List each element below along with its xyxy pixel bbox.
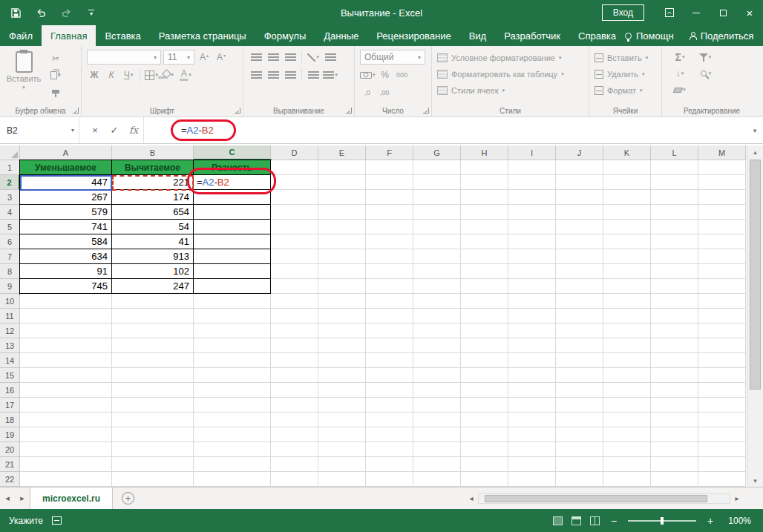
cut-button[interactable]: ✂ <box>48 51 63 66</box>
cell-A5[interactable]: 741 <box>20 220 112 234</box>
page-layout-view-button[interactable] <box>572 516 581 525</box>
cancel-entry-button[interactable]: × <box>85 117 105 143</box>
save-button[interactable] <box>9 6 22 19</box>
zoom-level[interactable]: 100% <box>724 516 751 526</box>
sign-in-button[interactable]: Вход <box>602 4 644 21</box>
row-header-10[interactable]: 10 <box>0 294 20 309</box>
row-header-13[interactable]: 13 <box>0 338 20 353</box>
scroll-left-icon[interactable]: ◂ <box>465 494 478 502</box>
row-header-16[interactable]: 16 <box>0 383 20 398</box>
percent-style-button[interactable]: % <box>378 68 393 82</box>
ribbon-tab-page-layout[interactable]: Разметка страницы <box>150 25 255 46</box>
select-all-button[interactable] <box>0 145 20 160</box>
ribbon-tab-file[interactable]: Файл <box>0 25 42 46</box>
cell-B9[interactable]: 247 <box>112 279 194 294</box>
font-dialog-launcher[interactable] <box>235 108 240 114</box>
row-header-5[interactable]: 5 <box>0 220 20 234</box>
format-cells-button[interactable]: Формат▾ <box>595 82 643 99</box>
cell-C1[interactable]: Разность <box>194 160 271 175</box>
ribbon-display-options-button[interactable] <box>656 0 683 25</box>
cell-C3[interactable] <box>194 190 271 205</box>
align-middle-button[interactable] <box>266 50 281 65</box>
cell-A2[interactable]: 447 <box>20 175 112 190</box>
number-format-select[interactable]: Общий▾ <box>360 50 425 65</box>
fill-button[interactable]: ↓▾ <box>672 66 687 81</box>
zoom-in-button[interactable]: + <box>705 515 715 527</box>
cell-A9[interactable]: 745 <box>20 279 112 294</box>
normal-view-button[interactable] <box>553 516 563 525</box>
row-header-7[interactable]: 7 <box>0 249 20 264</box>
italic-button[interactable]: К <box>104 68 119 82</box>
format-as-table-button[interactable]: Форматировать как таблицу▾ <box>437 66 564 82</box>
row-header-6[interactable]: 6 <box>0 234 20 249</box>
redo-button[interactable] <box>59 6 73 19</box>
column-header-C[interactable]: C <box>194 145 271 160</box>
scroll-down-icon[interactable]: ▾ <box>747 474 763 487</box>
align-right-button[interactable] <box>283 68 298 82</box>
zoom-slider-handle[interactable] <box>661 517 664 525</box>
cell-C7[interactable] <box>194 249 271 264</box>
alignment-dialog-launcher[interactable] <box>346 108 352 114</box>
ribbon-tab-view[interactable]: Вид <box>460 25 496 46</box>
ribbon-tab-developer[interactable]: Разработчик <box>495 25 569 46</box>
zoom-slider[interactable] <box>628 520 696 522</box>
cell-C6[interactable] <box>194 234 271 249</box>
row-header-2[interactable]: 2 <box>0 175 20 190</box>
insert-cells-button[interactable]: Вставить▾ <box>595 50 648 66</box>
cell-B6[interactable]: 41 <box>112 234 194 249</box>
cell-A3[interactable]: 267 <box>20 190 112 205</box>
vertical-scrollbar[interactable]: ▴ ▾ <box>747 145 763 487</box>
scroll-right-icon[interactable]: ▸ <box>730 494 744 502</box>
align-bottom-button[interactable] <box>283 50 298 65</box>
cell-C9[interactable] <box>194 279 271 294</box>
decrease-font-size-button[interactable]: А▾ <box>214 50 229 65</box>
row-header-1[interactable]: 1 <box>0 160 20 175</box>
column-header-F[interactable]: F <box>366 145 413 160</box>
copy-button[interactable]: ▾ <box>48 68 63 82</box>
insert-function-button[interactable]: fx <box>124 117 143 143</box>
accounting-format-button[interactable]: ▾ <box>360 68 376 82</box>
clear-button[interactable]: ▾ <box>672 82 687 97</box>
sheet-nav-left-icon[interactable]: ◂ <box>0 487 15 509</box>
minimize-button[interactable] <box>683 0 710 25</box>
cell-A7[interactable]: 634 <box>20 249 112 264</box>
font-name-select[interactable]: ▾ <box>87 50 161 65</box>
cells-area[interactable]: УменьшаемоеВычитаемоеРазность447221=A2-B… <box>20 160 746 487</box>
page-break-view-button[interactable] <box>590 516 600 525</box>
ribbon-tab-formulas[interactable]: Формулы <box>255 25 315 46</box>
sort-filter-button[interactable]: ▾ <box>698 50 713 65</box>
row-header-19[interactable]: 19 <box>0 427 20 442</box>
customize-quick-access-button[interactable]: ▾ <box>85 6 98 19</box>
align-top-button[interactable] <box>249 50 263 65</box>
formula-input[interactable]: =A2-B2 <box>143 117 747 143</box>
cell-styles-button[interactable]: Стили ячеек▾ <box>437 82 505 99</box>
wrap-text-button[interactable] <box>323 50 338 65</box>
column-header-E[interactable]: E <box>318 145 366 160</box>
align-left-button[interactable] <box>249 68 263 82</box>
cell-A8[interactable]: 91 <box>20 264 112 279</box>
cell-B2[interactable]: 221 <box>112 175 194 190</box>
cell-B1[interactable]: Вычитаемое <box>112 160 194 175</box>
row-header-4[interactable]: 4 <box>0 205 20 220</box>
undo-button[interactable] <box>34 6 48 19</box>
align-center-button[interactable] <box>266 68 281 82</box>
row-header-8[interactable]: 8 <box>0 264 20 279</box>
zoom-out-button[interactable]: − <box>609 515 619 527</box>
close-button[interactable]: × <box>736 0 763 25</box>
row-header-20[interactable]: 20 <box>0 442 20 457</box>
sheet-nav-right-icon[interactable]: ▸ <box>15 487 30 509</box>
borders-button[interactable]: ▾ <box>144 68 159 82</box>
maximize-button[interactable] <box>710 0 736 25</box>
delete-cells-button[interactable]: Удалить▾ <box>595 66 645 82</box>
vertical-scroll-thumb[interactable] <box>750 160 761 390</box>
paste-button[interactable]: Вставить ▾ <box>5 50 42 91</box>
conditional-formatting-button[interactable]: Условное форматирование▾ <box>437 50 561 66</box>
enter-entry-button[interactable]: ✓ <box>105 117 124 143</box>
row-header-21[interactable]: 21 <box>0 457 20 472</box>
underline-button[interactable]: Ч▾ <box>121 68 136 82</box>
cell-B4[interactable]: 654 <box>112 205 194 220</box>
horizontal-scrollbar[interactable]: ◂ ▸ <box>465 487 744 509</box>
horizontal-scroll-thumb[interactable] <box>485 495 707 502</box>
formula-bar-expand-icon[interactable]: ▾ <box>747 117 763 143</box>
find-select-button[interactable]: ▾ <box>698 66 713 81</box>
